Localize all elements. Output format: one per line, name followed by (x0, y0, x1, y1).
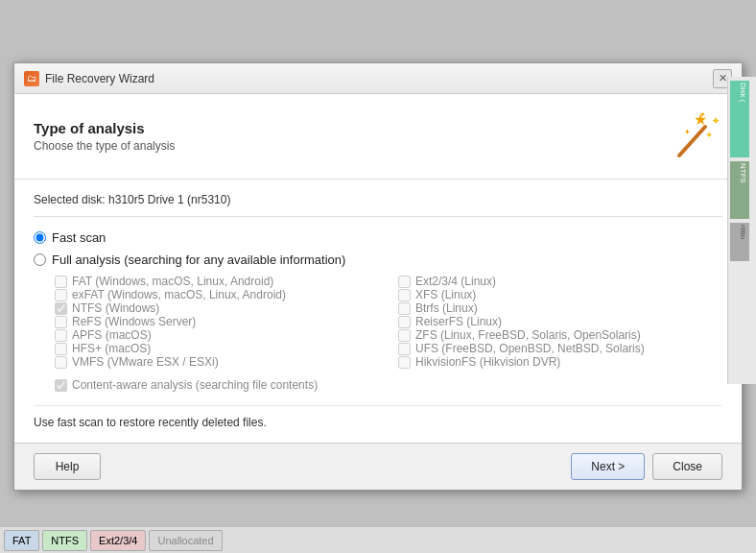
file-recovery-wizard-dialog: 🗂 File Recovery Wizard ✕ Type of analysi… (13, 62, 743, 491)
content-aware-option[interactable]: Content-aware analysis (searching file c… (55, 378, 722, 392)
fs-btrfs-label: Btrfs (Linux) (415, 301, 478, 315)
fast-scan-radio[interactable] (34, 231, 46, 244)
fs-xfs-checkbox[interactable] (398, 289, 411, 301)
wizard-icon-svg: ★ ✦ ✦ ✦ ✦ (665, 108, 722, 165)
fs-ufs[interactable]: UFS (FreeBSD, OpenBSD, NetBSD, Solaris) (398, 342, 722, 355)
title-bar: 🗂 File Recovery Wizard ✕ (14, 63, 742, 94)
svg-text:✦: ✦ (684, 128, 691, 136)
fs-refs-checkbox[interactable] (55, 316, 67, 328)
close-button[interactable]: Close (652, 453, 722, 480)
title-bar-left: 🗂 File Recovery Wizard (24, 71, 154, 86)
fs-ntfs-checkbox[interactable] (55, 302, 67, 315)
fs-fat-label: FAT (Windows, macOS, Linux, Android) (72, 275, 273, 288)
fs-ntfs-label: NTFS (Windows) (72, 301, 159, 315)
svg-text:✦: ✦ (711, 114, 721, 128)
fs-exfat-checkbox[interactable] (55, 289, 67, 301)
page-title: Type of analysis (34, 120, 175, 136)
full-analysis-option[interactable]: Full analysis (searching for any availab… (34, 252, 722, 267)
fs-zfs-label: ZFS (Linux, FreeBSD, Solaris, OpenSolari… (415, 328, 641, 342)
fs-hfs[interactable]: HFS+ (macOS) (55, 342, 379, 355)
fs-apfs[interactable]: APFS (macOS) (55, 328, 379, 342)
fs-xfs[interactable]: XFS (Linux) (398, 288, 722, 301)
filesystem-options: FAT (Windows, macOS, Linux, Android) exF… (55, 275, 722, 369)
content-area: Selected disk: h310r5 Drive 1 (nr5310) F… (14, 180, 742, 443)
fs-btrfs-checkbox[interactable] (398, 302, 411, 315)
fs-fat[interactable]: FAT (Windows, macOS, Linux, Android) (55, 275, 379, 288)
fs-fat-checkbox[interactable] (55, 276, 67, 288)
hint-text: Use fast scan to restore recently delete… (34, 405, 722, 429)
fs-zfs-checkbox[interactable] (398, 329, 411, 342)
fs-reiserfs-label: ReiserFS (Linux) (415, 315, 502, 328)
fs-zfs[interactable]: ZFS (Linux, FreeBSD, Solaris, OpenSolari… (398, 328, 722, 342)
fs-ext-checkbox[interactable] (398, 276, 411, 288)
full-analysis-label: Full analysis (searching for any availab… (52, 252, 345, 267)
page-subtitle: Choose the type of analysis (34, 139, 175, 153)
fs-reiserfs[interactable]: ReiserFS (Linux) (398, 315, 722, 328)
filesystem-right-col: Ext2/3/4 (Linux) XFS (Linux) Btrfs (Linu… (398, 275, 722, 369)
next-button[interactable]: Next > (571, 453, 645, 480)
taskbar-ntfs[interactable]: NTFS (42, 530, 87, 551)
fs-ext-label: Ext2/3/4 (Linux) (415, 275, 496, 288)
fs-refs-label: ReFS (Windows Server) (72, 315, 196, 328)
content-aware-label: Content-aware analysis (searching file c… (72, 378, 318, 392)
fs-xfs-label: XFS (Linux) (415, 288, 476, 301)
fs-hikvision-label: HikvisionFS (Hikvision DVR) (415, 355, 560, 369)
fs-hikvision[interactable]: HikvisionFS (Hikvision DVR) (398, 355, 722, 369)
fs-apfs-checkbox[interactable] (55, 329, 67, 342)
taskbar: FAT NTFS Ext2/3/4 Unallocated (0, 526, 756, 553)
fast-scan-label: Fast scan (52, 230, 106, 245)
header-text: Type of analysis Choose the type of anal… (34, 120, 175, 153)
footer: Help Next > Close (14, 443, 742, 490)
wizard-icon: ★ ✦ ✦ ✦ ✦ (665, 108, 722, 165)
fs-hikvision-checkbox[interactable] (398, 356, 411, 369)
taskbar-ext[interactable]: Ext2/3/4 (90, 530, 146, 551)
selected-disk-label: Selected disk: h310r5 Drive 1 (nr5310) (34, 193, 722, 217)
svg-text:✦: ✦ (705, 130, 713, 140)
fs-btrfs[interactable]: Btrfs (Linux) (398, 301, 722, 315)
fs-ext[interactable]: Ext2/3/4 (Linux) (398, 275, 722, 288)
svg-text:✦: ✦ (699, 110, 706, 119)
scan-options: Fast scan Full analysis (searching for a… (34, 230, 722, 267)
content-aware-checkbox[interactable] (55, 379, 67, 392)
fs-ufs-checkbox[interactable] (398, 343, 411, 355)
fs-reiserfs-checkbox[interactable] (398, 316, 411, 328)
app-icon: 🗂 (24, 71, 39, 86)
taskbar-fat[interactable]: FAT (4, 530, 39, 551)
header-section: Type of analysis Choose the type of anal… (14, 94, 742, 180)
taskbar-unallocated[interactable]: Unallocated (149, 530, 222, 551)
fs-hfs-checkbox[interactable] (55, 343, 67, 355)
fs-refs[interactable]: ReFS (Windows Server) (55, 315, 379, 328)
fs-ntfs[interactable]: NTFS (Windows) (55, 301, 379, 315)
fs-hfs-label: HFS+ (macOS) (72, 342, 151, 355)
filesystem-left-col: FAT (Windows, macOS, Linux, Android) exF… (55, 275, 379, 369)
fs-apfs-label: APFS (macOS) (72, 328, 152, 342)
fs-vmfs[interactable]: VMFS (VMware ESX / ESXi) (55, 355, 379, 369)
fs-exfat-label: exFAT (Windows, macOS, Linux, Android) (72, 288, 286, 301)
fast-scan-option[interactable]: Fast scan (34, 230, 722, 245)
fs-vmfs-label: VMFS (VMware ESX / ESXi) (72, 355, 219, 369)
footer-right: Next > Close (571, 453, 722, 480)
fs-ufs-label: UFS (FreeBSD, OpenBSD, NetBSD, Solaris) (415, 342, 645, 355)
dialog-title: File Recovery Wizard (45, 72, 154, 85)
fs-vmfs-checkbox[interactable] (55, 356, 67, 369)
help-button[interactable]: Help (34, 453, 101, 480)
fs-exfat[interactable]: exFAT (Windows, macOS, Linux, Android) (55, 288, 379, 301)
full-analysis-radio[interactable] (34, 253, 46, 266)
